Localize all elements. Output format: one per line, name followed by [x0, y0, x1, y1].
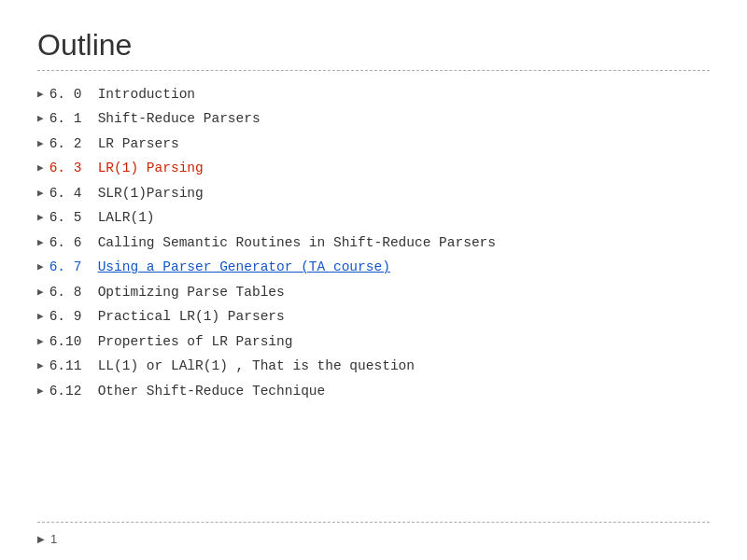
item-label: LALR(1)	[98, 207, 155, 228]
item-number: 6. 7	[49, 257, 98, 277]
item-number: 6. 2	[49, 133, 98, 154]
item-label: Properties of LR Parsing	[98, 331, 293, 352]
item-label: Other Shift-Reduce Technique	[98, 381, 326, 401]
item-label: LL(1) or LAlR(1) , That is the question	[98, 356, 415, 376]
bullet-arrow-icon: ▶	[37, 87, 44, 103]
slide-title: Outline	[37, 28, 710, 63]
item-label: Optimizing Parse Tables	[98, 282, 285, 302]
bullet-arrow-icon: ▶	[37, 334, 44, 350]
footer-arrow-icon: ▶	[37, 534, 45, 544]
list-item: ▶6.10Properties of LR Parsing	[37, 331, 710, 352]
item-number: 6. 3	[49, 158, 98, 178]
item-number: 6. 0	[49, 84, 98, 105]
bullet-arrow-icon: ▶	[37, 235, 44, 251]
list-item: ▶6.12Other Shift-Reduce Technique	[37, 381, 710, 401]
list-item: ▶6. 6Calling Semantic Routines in Shift-…	[37, 232, 710, 253]
slide-footer: ▶ 1	[37, 532, 57, 546]
item-label: LR Parsers	[98, 133, 179, 154]
item-number: 6. 8	[49, 282, 98, 302]
item-number: 6. 5	[49, 207, 98, 228]
item-label: SLR(1)Parsing	[98, 183, 204, 203]
bullet-arrow-icon: ▶	[37, 259, 44, 275]
list-item: ▶6. 2LR Parsers	[37, 133, 710, 154]
item-label: Practical LR(1) Parsers	[98, 306, 285, 327]
outline-list: ▶6. 0Introduction▶6. 1Shift-Reduce Parse…	[37, 84, 710, 401]
item-label: LR(1) Parsing	[98, 158, 204, 178]
list-item: ▶6. 4SLR(1)Parsing	[37, 183, 710, 203]
item-number: 6.10	[49, 331, 98, 352]
list-item: ▶6. 8Optimizing Parse Tables	[37, 282, 710, 302]
item-label: Shift-Reduce Parsers	[98, 108, 261, 129]
item-number: 6. 9	[49, 306, 98, 327]
list-item: ▶6. 0Introduction	[37, 84, 710, 105]
item-number: 6.11	[49, 356, 98, 376]
item-label: Introduction	[98, 84, 195, 105]
page-number: 1	[50, 532, 57, 546]
item-label[interactable]: Using a Parser Generator (TA course)	[98, 257, 390, 277]
bullet-arrow-icon: ▶	[37, 186, 44, 202]
item-number: 6. 1	[49, 108, 98, 129]
bullet-arrow-icon: ▶	[37, 358, 44, 374]
bullet-arrow-icon: ▶	[37, 285, 44, 301]
list-item: ▶6. 7Using a Parser Generator (TA course…	[37, 257, 710, 277]
bullet-arrow-icon: ▶	[37, 384, 44, 399]
top-divider	[37, 70, 710, 71]
item-number: 6.12	[49, 381, 98, 401]
item-number: 6. 4	[49, 183, 98, 203]
list-item: ▶6. 5LALR(1)	[37, 207, 710, 228]
bullet-arrow-icon: ▶	[37, 161, 44, 176]
item-number: 6. 6	[49, 232, 98, 253]
list-item: ▶6. 3LR(1) Parsing	[37, 158, 710, 178]
item-label: Calling Semantic Routines in Shift-Reduc…	[98, 232, 496, 253]
bullet-arrow-icon: ▶	[37, 136, 44, 152]
bullet-arrow-icon: ▶	[37, 309, 44, 325]
list-item: ▶6.11LL(1) or LAlR(1) , That is the ques…	[37, 356, 710, 376]
list-item: ▶6. 9Practical LR(1) Parsers	[37, 306, 710, 327]
bottom-divider	[37, 522, 710, 523]
list-item: ▶6. 1Shift-Reduce Parsers	[37, 108, 710, 129]
bullet-arrow-icon: ▶	[37, 111, 44, 127]
bullet-arrow-icon: ▶	[37, 210, 44, 226]
slide: Outline ▶6. 0Introduction▶6. 1Shift-Redu…	[0, 0, 747, 560]
